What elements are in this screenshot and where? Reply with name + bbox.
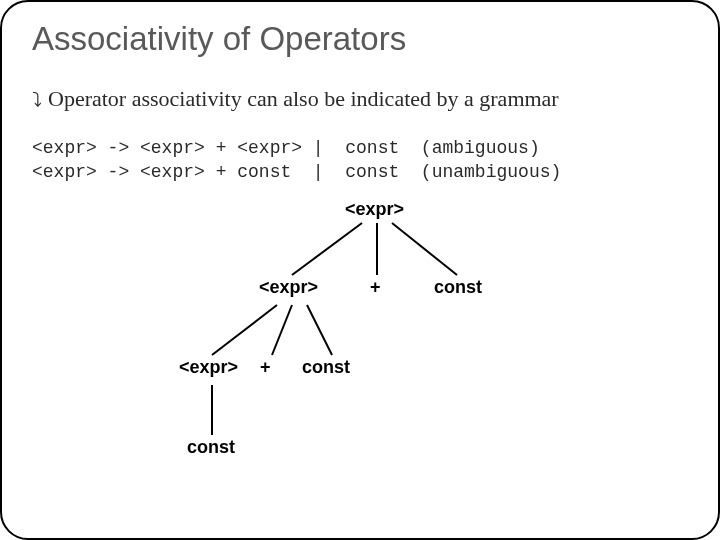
tree-node-l1-expr: <expr>: [259, 277, 318, 298]
grammar-code: <expr> -> <expr> + <expr> | const (ambig…: [32, 136, 688, 185]
slide-frame: Associativity of Operators ⤵ Operator as…: [0, 0, 720, 540]
svg-line-5: [307, 305, 332, 355]
tree-node-l2-const: const: [302, 357, 350, 378]
tree-node-l2-plus: +: [260, 357, 271, 378]
tree-node-l1-plus: +: [370, 277, 381, 298]
tree-node-l2-expr: <expr>: [179, 357, 238, 378]
slide-title: Associativity of Operators: [32, 20, 688, 68]
svg-line-3: [212, 305, 277, 355]
tree-node-root: <expr>: [345, 199, 404, 220]
svg-line-2: [392, 223, 457, 275]
bullet-icon: ⤵: [32, 89, 42, 112]
tree-node-l3-const: const: [187, 437, 235, 458]
svg-line-4: [272, 305, 292, 355]
bullet-text: Operator associativity can also be indic…: [48, 86, 559, 112]
svg-line-0: [292, 223, 362, 275]
parse-tree: <expr> <expr> + const <expr> + const con…: [32, 195, 688, 505]
tree-node-l1-const: const: [434, 277, 482, 298]
bullet-line: ⤵ Operator associativity can also be ind…: [32, 86, 688, 112]
tree-edges: [32, 195, 692, 505]
